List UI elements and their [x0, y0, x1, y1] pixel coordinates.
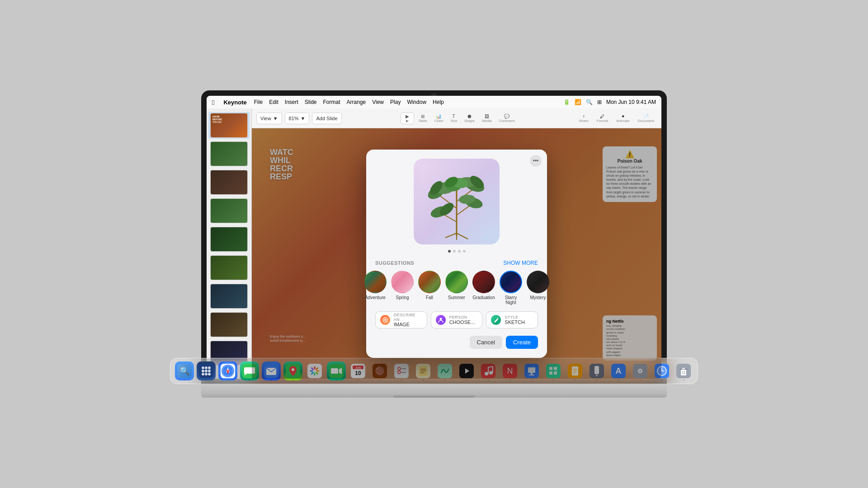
svg-point-29: [202, 366, 204, 369]
text-icon: T: [452, 114, 455, 119]
menubar-right: 🔋 📶 🔍 ⊞ Mon Jun 10 9:41 AM: [563, 99, 656, 105]
add-slide-button[interactable]: Add Slide: [312, 113, 341, 124]
menu-format[interactable]: Format: [323, 99, 340, 105]
person-title: PERSON: [449, 315, 475, 319]
suggestion-graduation-label: Graduation: [472, 295, 495, 300]
slide-thumb-8[interactable]: [210, 312, 248, 337]
slide-thumb-6[interactable]: [210, 255, 248, 280]
search-icon[interactable]: 🔍: [586, 99, 593, 105]
shape-icon: ⬟: [467, 114, 472, 119]
suggestion-graduation[interactable]: Graduation: [472, 271, 495, 305]
suggestion-fall[interactable]: Fall: [418, 271, 441, 305]
slide-thumb-7[interactable]: [210, 284, 248, 309]
comment-button[interactable]: 💬 Comment: [496, 114, 518, 123]
dot-4[interactable]: [463, 250, 466, 253]
slide-thumb-7-wrapper[interactable]: [208, 283, 250, 310]
dot-2[interactable]: [453, 250, 456, 253]
view-button[interactable]: View ▼: [256, 113, 282, 124]
zoom-button[interactable]: 81% ▼: [285, 113, 310, 124]
slide-thumb-8-wrapper[interactable]: [208, 311, 250, 338]
menu-help[interactable]: Help: [433, 99, 444, 105]
suggestion-spring[interactable]: Spring: [391, 271, 414, 305]
cancel-button[interactable]: Cancel: [470, 336, 502, 349]
suggestion-adventure-circle: [364, 271, 387, 293]
share-button[interactable]: ↑ Share: [576, 114, 591, 123]
more-options-button[interactable]: •••: [530, 155, 542, 167]
format-panel-button[interactable]: 🖊 Format: [594, 114, 611, 123]
suggestions-grid: Adventure Spring Fall: [375, 271, 538, 305]
slide-thumb-3-wrapper[interactable]: [208, 169, 250, 196]
menu-play[interactable]: Play: [390, 99, 401, 105]
create-button[interactable]: Create: [506, 336, 538, 349]
svg-point-32: [202, 370, 204, 372]
table-icon: ⊞: [421, 114, 425, 119]
macbook-base: [201, 393, 667, 398]
view-label: View: [260, 116, 271, 121]
play-button[interactable]: ▶ ▶: [401, 113, 414, 124]
svg-point-33: [205, 370, 208, 372]
menu-insert[interactable]: Insert: [285, 99, 298, 105]
shape-button[interactable]: ⬟ Shape: [462, 114, 477, 123]
slide-thumb-1[interactable]: KNOWBEFOREYOU GO: [210, 113, 248, 138]
slide-thumb-5-wrapper[interactable]: [208, 226, 250, 253]
menu-file[interactable]: File: [254, 99, 263, 105]
slide-thumb-1-wrapper[interactable]: KNOWBEFOREYOU GO: [208, 112, 250, 139]
suggestion-spring-label: Spring: [396, 295, 409, 300]
slide-thumb-6-wrapper[interactable]: [208, 254, 250, 281]
suggestion-adventure[interactable]: Adventure: [364, 271, 387, 305]
style-option[interactable]: STYLE SKETCH: [486, 311, 538, 328]
style-text: STYLE SKETCH: [505, 315, 525, 325]
svg-rect-117: [681, 369, 686, 375]
dialog-actions: Cancel Create: [375, 336, 538, 349]
dock-launchpad[interactable]: [197, 361, 216, 380]
suggestion-mystery-circle: [527, 271, 549, 293]
slide-thumb-2-wrapper[interactable]: [208, 141, 250, 167]
screen:  Keynote File Edit Insert Slide Format …: [207, 96, 661, 379]
suggestion-fall-circle: [418, 271, 441, 293]
person-option[interactable]: PERSON CHOOSE...: [431, 311, 483, 328]
apple-menu[interactable]: : [212, 99, 214, 106]
menu-edit[interactable]: Edit: [269, 99, 278, 105]
show-more-button[interactable]: SHOW MORE: [503, 260, 538, 266]
dot-1[interactable]: [448, 250, 451, 253]
control-center-icon[interactable]: ⊞: [597, 99, 602, 105]
suggestion-adventure-label: Adventure: [365, 295, 386, 300]
slide-thumb-5[interactable]: [210, 227, 248, 252]
suggestion-summer[interactable]: Summer: [445, 271, 468, 305]
app-name[interactable]: Keynote: [223, 99, 246, 106]
document-button[interactable]: 📄 Document: [635, 114, 657, 123]
more-options-icon: •••: [533, 158, 539, 164]
slide-thumb-3[interactable]: [210, 170, 248, 195]
svg-point-23: [384, 319, 386, 321]
suggestion-starry-night[interactable]: Starry Night: [500, 271, 522, 305]
animate-button[interactable]: ✦ Animate: [613, 114, 632, 123]
suggestion-mystery[interactable]: Mystery: [527, 271, 549, 305]
plant-svg: [420, 163, 493, 240]
menu-arrange[interactable]: Arrange: [347, 99, 366, 105]
text-button[interactable]: T Text: [448, 114, 460, 123]
battery-icon: 🔋: [563, 99, 570, 105]
dock-safari[interactable]: [218, 361, 237, 380]
menu-view[interactable]: View: [372, 99, 384, 105]
slide-thumb-2[interactable]: [210, 141, 248, 166]
comment-icon: 💬: [504, 114, 509, 119]
menubar-left:  Keynote File Edit Insert Slide Format …: [212, 99, 563, 106]
media-button[interactable]: 🖼 Media: [479, 114, 495, 123]
dialog-overlay: •••: [252, 128, 661, 379]
dock-finder[interactable]: 🔍: [175, 361, 194, 380]
pagination-dots: [375, 250, 538, 253]
dock-trash[interactable]: [674, 361, 693, 380]
suggestions-header: SUGGESTIONS SHOW MORE: [375, 260, 538, 266]
menu-window[interactable]: Window: [407, 99, 426, 105]
slide-thumb-4[interactable]: [210, 198, 248, 223]
suggestion-mystery-label: Mystery: [530, 295, 546, 300]
menubar-items: File Edit Insert Slide Format Arrange Vi…: [254, 99, 444, 105]
table-button[interactable]: ⊞ Table: [416, 114, 430, 123]
slide-thumb-4-wrapper[interactable]: [208, 197, 250, 224]
describe-image-option[interactable]: DESCRIBE AN IMAGE: [375, 311, 427, 328]
style-title: STYLE: [505, 315, 525, 319]
menu-slide[interactable]: Slide: [305, 99, 317, 105]
comment-label: Comment: [499, 119, 515, 123]
chart-button[interactable]: 📊 Chart: [432, 114, 446, 123]
dot-3[interactable]: [458, 250, 461, 253]
